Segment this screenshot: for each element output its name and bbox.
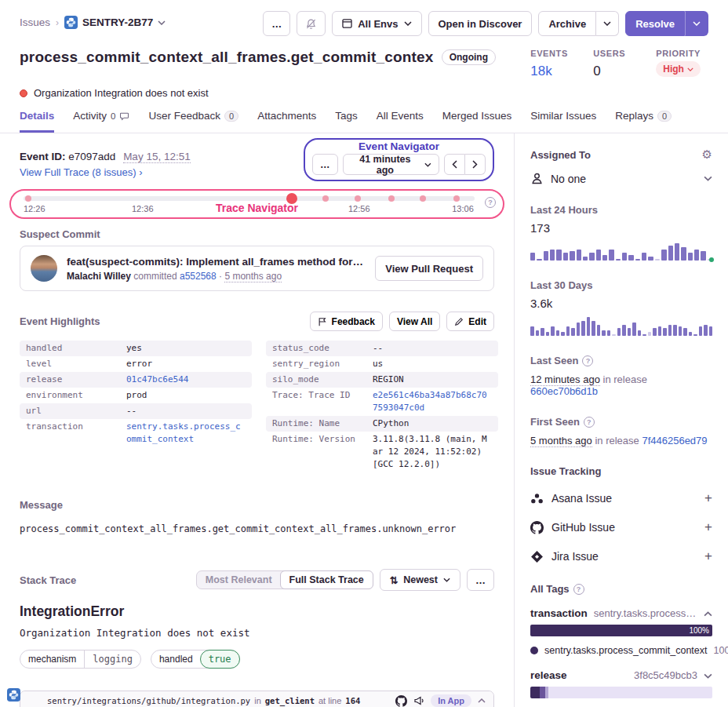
commit-sha-link[interactable]: a552568 xyxy=(180,271,217,282)
chart-bar xyxy=(561,332,565,336)
tag-header[interactable]: transactionsentry.tasks.process_com… xyxy=(530,607,712,619)
all-tags-title: All Tags xyxy=(530,583,570,595)
chart-bar xyxy=(556,250,561,261)
breadcrumb-issues-link[interactable]: Issues xyxy=(20,16,50,28)
highlight-value[interactable]: sentry.tasks.process_commit_context xyxy=(126,421,246,446)
event-navigator-annotation: Event Navigator … 41 minutes ago xyxy=(304,138,494,181)
highlight-key: release xyxy=(26,374,126,386)
help-icon[interactable]: ? xyxy=(582,355,593,366)
highlight-key: environment xyxy=(26,389,126,402)
event-age-label: 41 minutes ago xyxy=(351,154,420,176)
top-bar: Issues › SENTRY-2B77 … All Envs Open in … xyxy=(0,0,728,36)
sort-dropdown[interactable]: ⇅ Newest xyxy=(380,569,460,591)
tag-header[interactable]: release3f8c5c49bcb3 xyxy=(530,669,712,681)
megaphone-icon[interactable] xyxy=(413,695,424,706)
trace-event-dot[interactable] xyxy=(355,195,361,202)
annotation-value: logging xyxy=(84,651,140,668)
edit-button[interactable]: Edit xyxy=(446,312,494,331)
stack-more-button[interactable]: … xyxy=(467,569,494,591)
add-issue-button[interactable]: + xyxy=(704,548,712,564)
full-stack-trace-toggle[interactable]: Full Stack Trace xyxy=(280,570,373,589)
view-pull-request-button[interactable]: View Pull Request xyxy=(375,256,483,281)
stack-trace-header: Stack Trace Most Relevant Full Stack Tra… xyxy=(20,569,494,591)
trace-event-dot[interactable] xyxy=(322,195,329,202)
last-seen-release-link[interactable]: 660ec70b6d1b xyxy=(530,385,598,397)
annotation-pill-mechanism: mechanismlogging xyxy=(20,650,141,669)
next-event-button[interactable] xyxy=(465,154,486,175)
chart-bar xyxy=(709,326,713,336)
mute-notifications-button[interactable] xyxy=(297,11,326,36)
gear-icon[interactable]: ⚙ xyxy=(702,148,712,162)
highlight-value: CPython xyxy=(373,417,492,430)
archive-button[interactable]: Archive xyxy=(538,11,596,36)
highlight-value: yes xyxy=(126,342,246,355)
chart-bar xyxy=(570,251,574,261)
tag-distribution-bar: 100% xyxy=(530,625,712,636)
issue-subtitle: Organization Integration does not exist xyxy=(0,79,728,99)
view-full-trace-link[interactable]: View Full Trace (8 issues) › xyxy=(20,166,143,178)
message-section: Message process_commit_context_all_frame… xyxy=(20,499,494,534)
highlight-value[interactable]: e2e561c46ba34a87b68c707593047c0d xyxy=(373,389,492,414)
most-relevant-toggle[interactable]: Most Relevant xyxy=(197,571,281,589)
event-highlights-section: Event Highlights Feedback View All Edit xyxy=(20,312,494,472)
stack-frame-header[interactable]: sentry/integrations/github/integration.p… xyxy=(20,691,493,707)
chart-bar xyxy=(602,330,606,336)
event-navigator-label: Event Navigator xyxy=(312,140,486,152)
resolve-dropdown-button[interactable] xyxy=(685,11,708,36)
help-icon[interactable]: ? xyxy=(584,417,595,428)
trace-help-icon[interactable]: ? xyxy=(485,194,496,208)
priority-dropdown[interactable]: High xyxy=(656,61,701,77)
tab-user-feedback[interactable]: User Feedback0 xyxy=(148,110,238,133)
tag-bar-segment xyxy=(540,687,545,698)
open-in-discover-button[interactable]: Open in Discover xyxy=(428,11,533,36)
chart-bar xyxy=(642,334,646,336)
assignee-dropdown[interactable]: No one xyxy=(530,172,712,185)
trace-event-dot[interactable] xyxy=(388,195,395,202)
tab-label: User Feedback xyxy=(148,110,220,122)
environment-filter-button[interactable]: All Envs xyxy=(332,11,421,36)
tab-attachments[interactable]: Attachments xyxy=(257,110,316,133)
tab-replays[interactable]: Replays0 xyxy=(615,110,672,133)
events-count[interactable]: 18k xyxy=(530,64,568,79)
add-issue-button[interactable]: + xyxy=(704,519,712,535)
archive-dropdown-button[interactable] xyxy=(596,11,619,36)
assigned-to-heading: Assigned To xyxy=(530,149,591,161)
event-highlights-actions: Feedback View All Edit xyxy=(310,312,494,331)
highlight-value: 3.11.8(3.11.8 (main, Mar 12 2024, 11:52:… xyxy=(373,433,492,471)
tag-top-value: sentry.tasks.process_com… xyxy=(594,607,697,619)
feedback-button[interactable]: Feedback xyxy=(310,312,383,331)
breadcrumb: Issues › SENTRY-2B77 xyxy=(20,11,166,29)
last-24h-count: 173 xyxy=(530,221,712,235)
python-project-icon xyxy=(64,16,78,29)
breadcrumb-issue[interactable]: SENTRY-2B77 xyxy=(64,16,166,29)
trace-event-dot[interactable] xyxy=(25,195,31,202)
trace-timeline[interactable] xyxy=(24,196,475,201)
tab-similar-issues[interactable]: Similar Issues xyxy=(530,110,596,133)
frame-in-word: in xyxy=(254,696,261,705)
first-seen-release-link[interactable]: 7f446256ed79 xyxy=(642,435,707,446)
event-age-dropdown[interactable]: 41 minutes ago xyxy=(343,154,440,175)
first-seen-line: 5 months ago in release 7f446256ed79 xyxy=(530,435,712,446)
highlight-value[interactable]: 01c47bc6e544 xyxy=(126,374,246,386)
view-all-button[interactable]: View All xyxy=(389,312,440,331)
resolve-button[interactable]: Resolve xyxy=(625,11,685,36)
tab-all-events[interactable]: All Events xyxy=(377,110,424,133)
highlight-row: release01c47bc6e544 xyxy=(20,372,252,388)
help-icon[interactable]: ? xyxy=(573,584,584,595)
tab-merged-issues[interactable]: Merged Issues xyxy=(442,110,512,133)
chevron-down-icon xyxy=(443,578,450,582)
users-count[interactable]: 0 xyxy=(593,64,631,79)
tab-tags[interactable]: Tags xyxy=(335,110,358,133)
issue-stats: EVENTS 18k USERS 0 PRIORITY High xyxy=(530,49,708,79)
event-meta: Event ID: e7097add May 15, 12:51 View Fu… xyxy=(20,138,191,181)
previous-event-button[interactable] xyxy=(444,154,465,175)
more-options-button[interactable]: … xyxy=(263,11,290,36)
add-issue-button[interactable]: + xyxy=(704,490,712,506)
tab-activity[interactable]: Activity0 xyxy=(73,110,129,133)
event-more-button[interactable]: … xyxy=(312,154,338,175)
trace-event-dot[interactable] xyxy=(453,195,460,202)
github-icon[interactable] xyxy=(395,695,407,707)
tab-details[interactable]: Details xyxy=(20,110,54,133)
trace-event-dot[interactable] xyxy=(420,195,426,202)
chevron-up-icon[interactable] xyxy=(478,698,486,703)
